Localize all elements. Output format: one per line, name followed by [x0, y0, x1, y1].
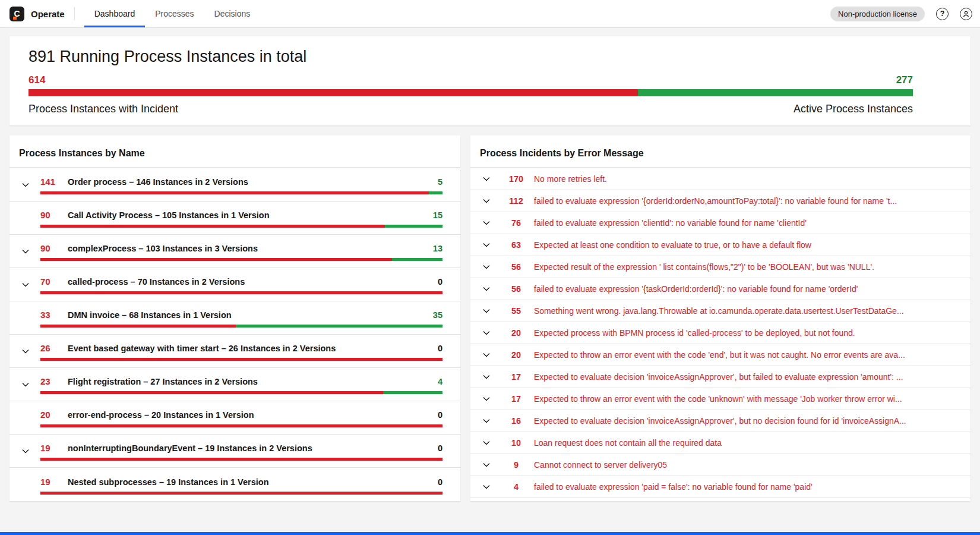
process-row[interactable]: 23 Flight registration – 27 Instances in… [10, 368, 460, 401]
process-row[interactable]: 90 complexProcess – 103 Instances in 3 V… [10, 235, 460, 268]
incident-count: 90 [40, 210, 68, 220]
tab-decisions[interactable]: Decisions [204, 0, 261, 27]
chevron-down-icon[interactable] [480, 394, 501, 404]
process-name: called-process – 70 Instances in 2 Versi… [68, 277, 438, 287]
active-count: 4 [438, 377, 442, 386]
process-row[interactable]: 33 DMN invoice – 68 Instances in 1 Versi… [10, 301, 460, 335]
process-name: Call Activity Process – 105 Instances in… [68, 210, 433, 220]
incident-count: 63 [501, 240, 531, 250]
incident-count: 55 [501, 306, 531, 316]
incident-row[interactable]: 17 Expected to throw an error event with… [470, 388, 970, 410]
brand[interactable]: C Operate [0, 0, 74, 27]
active-count: 0 [438, 277, 442, 287]
tab-processes[interactable]: Processes [145, 0, 204, 27]
chevron-down-icon[interactable] [19, 235, 40, 268]
error-message: Expected to evaluate decision 'invoiceAs… [531, 372, 917, 382]
incidents-label[interactable]: Process Instances with Incident [29, 103, 178, 115]
nav-tabs: Dashboard Processes Decisions [84, 0, 261, 27]
incident-row[interactable]: 56 failed to evaluate expression '{taskO… [470, 278, 970, 300]
error-message: failed to evaluate expression 'paid = fa… [531, 482, 917, 492]
incident-row[interactable]: 56 Expected result of the expression ' l… [470, 256, 970, 278]
process-row[interactable]: 26 Event based gateway with timer start … [10, 335, 460, 368]
chevron-down-icon[interactable] [480, 416, 501, 426]
process-row[interactable]: 20 error-end-process – 20 Instances in 1… [10, 401, 460, 435]
error-message: Expected result of the expression ' list… [531, 262, 917, 272]
chevron-down-icon[interactable] [19, 435, 40, 467]
chevron-down-icon[interactable] [19, 268, 40, 301]
error-message: Loan request does not contain all the re… [531, 438, 917, 448]
chevron-down-icon[interactable] [480, 284, 501, 294]
incident-count: 4 [501, 482, 531, 492]
chevron-down-icon[interactable] [19, 168, 40, 201]
active-count[interactable]: 277 [896, 74, 913, 86]
incident-row[interactable]: 20 Expected process with BPMN process id… [470, 322, 970, 344]
tab-dashboard[interactable]: Dashboard [84, 0, 146, 27]
chevron-down-icon[interactable] [480, 482, 501, 492]
dashboard-panels: Process Instances by Name 141 Order proc… [10, 136, 970, 501]
active-count: 0 [438, 477, 442, 487]
incident-row[interactable]: 112 failed to evaluate expression '{orde… [470, 190, 970, 212]
incidents-bar-segment[interactable] [29, 89, 638, 96]
error-message: Expected process with BPMN process id 'c… [531, 328, 917, 338]
incident-row[interactable]: 63 Expected at least one condition to ev… [470, 234, 970, 256]
process-ratio-bar [40, 492, 442, 495]
chevron-down-icon[interactable] [480, 306, 501, 316]
incident-row[interactable]: 4 failed to evaluate expression 'paid = … [470, 476, 970, 498]
incident-count: 10 [501, 438, 531, 448]
incidents-panel-title: Process Incidents by Error Message [480, 148, 644, 159]
instances-panel-title: Process Instances by Name [19, 148, 145, 159]
process-row[interactable]: 19 nonInterruptingBoundaryEvent – 19 Ins… [10, 435, 460, 468]
active-count: 0 [438, 344, 442, 353]
chevron-down-icon[interactable] [480, 438, 501, 448]
incident-row[interactable]: 76 failed to evaluate expression 'client… [470, 212, 970, 234]
incident-count: 76 [501, 218, 531, 228]
chevron-down-icon[interactable] [480, 350, 501, 360]
incident-count: 90 [40, 243, 68, 253]
chevron-down-icon[interactable] [480, 240, 501, 250]
incident-row[interactable]: 170 No more retries left. [470, 168, 970, 190]
process-row[interactable]: 141 Order process – 146 Instances in 2 V… [10, 168, 460, 202]
chevron-down-icon[interactable] [480, 218, 501, 228]
user-icon[interactable] [960, 8, 972, 20]
process-row[interactable]: 90 Call Activity Process – 105 Instances… [10, 202, 460, 235]
process-name: error-end-process – 20 Instances in 1 Ve… [68, 410, 438, 420]
incident-row[interactable]: 10 Loan request does not contain all the… [470, 432, 970, 454]
process-name: nonInterruptingBoundaryEvent – 19 Instan… [68, 443, 438, 453]
incident-row[interactable]: 20 Expected to throw an error event with… [470, 344, 970, 366]
incident-count: 17 [501, 394, 531, 404]
chevron-down-icon[interactable] [480, 196, 501, 206]
error-message: failed to evaluate expression '{orderId:… [531, 196, 917, 206]
incident-row[interactable]: 17 Expected to evaluate decision 'invoic… [470, 366, 970, 388]
top-navbar: C Operate Dashboard Processes Decisions … [0, 0, 980, 28]
camunda-logo-icon: C [10, 7, 24, 21]
incident-count: 19 [40, 443, 68, 453]
error-message: failed to evaluate expression 'clientId'… [531, 218, 917, 228]
process-row[interactable]: 70 called-process – 70 Instances in 2 Ve… [10, 268, 460, 301]
process-row[interactable]: 19 Nested subprocesses – 19 Instances in… [10, 468, 460, 501]
process-name: Event based gateway with timer start – 2… [68, 344, 438, 353]
incident-count: 70 [40, 276, 68, 287]
active-bar-segment[interactable] [638, 89, 913, 96]
chevron-down-icon[interactable] [480, 262, 501, 272]
incident-row[interactable]: 9 Cannot connect to server delivery05 [470, 454, 970, 476]
process-name: complexProcess – 103 Instances in 3 Vers… [68, 244, 433, 253]
help-icon[interactable]: ? [936, 8, 949, 20]
summary-card: 891 Running Process Instances in total 6… [10, 36, 970, 125]
active-label[interactable]: Active Process Instances [794, 103, 913, 115]
chevron-down-icon[interactable] [480, 328, 501, 338]
instances-ratio-bar[interactable] [29, 89, 913, 96]
incidents-count[interactable]: 614 [29, 74, 45, 86]
chevron-down-icon[interactable] [480, 460, 501, 470]
chevron-down-icon[interactable] [19, 368, 40, 401]
chevron-down-icon[interactable] [480, 174, 501, 184]
summary-counts: 614 277 [29, 74, 913, 86]
chevron-down-icon[interactable] [19, 335, 40, 367]
chevron-down-icon[interactable] [480, 372, 501, 382]
process-ratio-bar [40, 358, 442, 361]
error-message: failed to evaluate expression '{taskOrde… [531, 284, 917, 294]
process-ratio-bar [40, 391, 442, 394]
incident-row[interactable]: 16 Expected to evaluate decision 'invoic… [470, 410, 970, 432]
incident-row[interactable]: 55 Something went wrong. java.lang.Throw… [470, 300, 970, 322]
instances-by-name-panel: Process Instances by Name 141 Order proc… [10, 136, 460, 501]
error-message: No more retries left. [531, 174, 917, 184]
